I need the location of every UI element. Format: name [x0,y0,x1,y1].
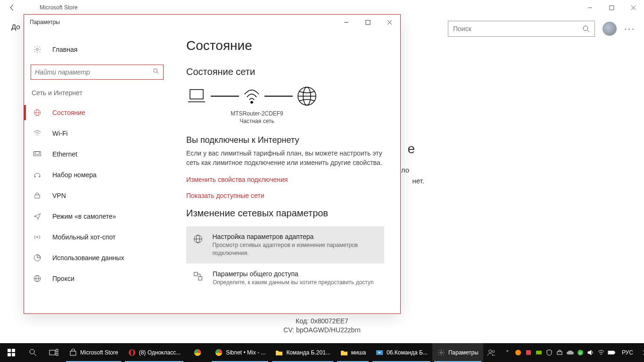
svg-rect-59 [609,351,614,354]
store-error-codes: Код: 0x80072EE7 CV: bpOAGWD/HU22zbrn [0,316,644,335]
svg-line-37 [34,354,36,356]
store-titlebar: Microsoft Store [0,0,644,15]
store-minimize-button[interactable] [579,0,601,15]
avatar[interactable] [603,22,617,36]
taskbar: Microsoft Store (8) Однокласс... Sibnet … [0,343,644,362]
wifi-icon [33,130,42,137]
taskbar-item-chrome-pinned[interactable] [185,343,210,362]
settings-search-input[interactable] [31,65,163,79]
globe-large-icon [297,86,317,107]
tray-app-icon[interactable] [525,349,532,356]
sidebar-item-airplane[interactable]: Режим «в самолете» [24,206,170,227]
globe-icon [33,108,42,117]
settings-minimize-button[interactable] [335,15,357,30]
ethernet-icon [33,151,42,157]
settings-titlebar: Параметры [24,15,400,30]
store-close-button[interactable] [622,0,644,15]
data-usage-icon [33,254,42,262]
proxy-icon [33,274,42,283]
dialup-icon [33,172,42,178]
svg-rect-32 [8,349,11,352]
sidebar-item-label: Набор номера [52,171,97,179]
taskbar-item-video[interactable]: 06.Команда Б... [371,343,432,362]
svg-point-7 [154,69,157,73]
more-button[interactable]: ··· [624,24,636,34]
back-button[interactable] [4,0,21,15]
search-icon [153,68,159,74]
system-tray[interactable]: ˄ µ [504,349,615,356]
sidebar-item-dialup[interactable]: Набор номера [24,165,170,185]
settings-close-button[interactable] [379,15,400,30]
svg-rect-33 [12,349,15,352]
sidebar-item-hotspot[interactable]: Мобильный хот-спот [24,227,170,247]
tile-title: Настройка параметров адаптера [212,233,378,240]
taskbar-clock[interactable]: 14:18 [640,349,644,356]
tile-title: Параметры общего доступа [213,270,373,278]
taskbar-item-explorer-2[interactable]: миша [335,343,371,362]
settings-search-box[interactable] [31,65,164,80]
sidebar-item-ethernet[interactable]: Ethernet [24,144,170,165]
svg-point-42 [131,350,133,355]
connected-heading: Вы подключены к Интернету [186,135,384,145]
start-button[interactable] [0,343,23,362]
section-network-status: Состояние сети [186,66,384,77]
adapter-icon [193,233,204,244]
store-maximize-button[interactable] [601,0,622,15]
svg-rect-12 [34,152,41,156]
sidebar-item-status[interactable]: Состояние [24,102,170,123]
settings-maximize-button[interactable] [357,15,379,30]
link-change-connection-properties[interactable]: Изменить свойства подключения [186,176,384,183]
tray-utorrent-icon[interactable]: µ [577,349,584,356]
tray-avast-icon[interactable] [514,349,522,356]
tray-battery-icon[interactable] [608,349,615,356]
svg-point-36 [30,349,34,354]
tray-onedrive-icon[interactable] [566,349,574,356]
svg-rect-1 [610,6,614,10]
sidebar-home[interactable]: Главная [24,40,170,59]
sidebar-item-label: Ethernet [52,150,77,158]
sidebar-item-proxy[interactable]: Прокси [24,268,170,289]
svg-line-8 [157,72,159,74]
svg-point-6 [36,49,39,51]
sidebar-item-wifi[interactable]: Wi-Fi [24,123,170,144]
laptop-icon [186,88,207,105]
tray-nvidia-icon[interactable] [535,349,543,356]
opera-icon [128,348,136,357]
tray-defender-icon[interactable] [545,349,553,356]
taskbar-item-opera[interactable]: (8) Однокласс... [123,343,185,362]
tray-volume-icon[interactable] [587,349,594,356]
sidebar-item-vpn[interactable]: VPN [24,185,170,206]
store-search-box[interactable] [448,21,595,37]
svg-point-51 [515,350,521,355]
people-button[interactable] [483,348,499,357]
folder-icon [275,348,283,357]
section-change-network-settings: Изменение сетевых параметров [186,208,384,219]
wifi-router-icon [243,88,261,105]
link-show-available-networks[interactable]: Показать доступные сети [186,192,384,199]
network-diagram [186,86,384,107]
taskbar-search-button[interactable] [23,343,43,362]
tile-sharing-options[interactable]: Параметры общего доступа Определите, к к… [186,263,384,293]
taskbar-item-microsoft-store[interactable]: Microsoft Store [64,343,123,362]
svg-point-15 [39,176,40,177]
svg-rect-34 [8,353,11,356]
language-indicator[interactable]: РУС [620,349,635,356]
sidebar-item-datausage[interactable]: Использование данных [24,247,170,268]
store-search-input[interactable] [453,25,582,33]
tray-chevron-icon[interactable]: ˄ [504,349,512,356]
search-icon [582,25,590,33]
taskbar-item-settings[interactable]: Параметры [432,343,483,362]
airplane-icon [33,212,42,221]
svg-point-50 [492,351,495,353]
taskbar-item-chrome-sibnet[interactable]: Sibnet • Mix - ... [210,343,270,362]
svg-rect-22 [190,90,203,99]
tray-removable-icon[interactable] [556,349,563,356]
store-tab-home[interactable]: До [11,23,20,31]
taskbar-item-explorer-1[interactable]: Команда Б.201... [270,343,335,362]
sidebar-item-label: Wi-Fi [52,130,68,137]
tray-wifi-icon[interactable] [597,349,605,356]
sidebar-item-label: Состояние [52,109,85,116]
svg-point-17 [37,237,38,238]
task-view-button[interactable] [43,343,64,362]
tile-adapter-settings[interactable]: Настройка параметров адаптера Просмотр с… [186,226,384,263]
